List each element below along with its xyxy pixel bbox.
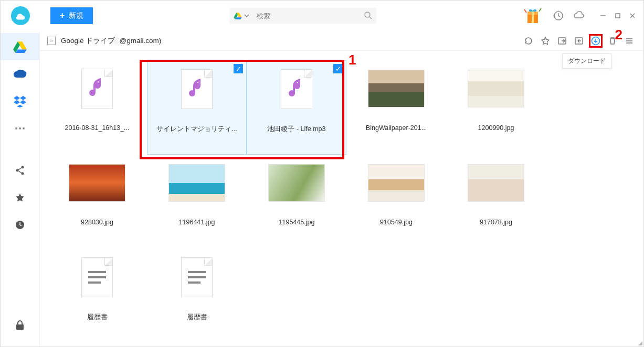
svg-rect-5	[532, 12, 534, 23]
history-icon[interactable]	[551, 8, 566, 23]
file-item[interactable]: BingWallpaper-201...	[346, 60, 446, 155]
svg-point-13	[15, 127, 17, 129]
search-icon[interactable]	[364, 11, 372, 21]
account-masked: (	[115, 37, 119, 45]
sidebar-item-google-drive[interactable]	[1, 33, 39, 60]
star-icon[interactable]	[539, 34, 552, 48]
image-thumbnail	[69, 164, 125, 202]
svg-point-15	[23, 127, 25, 129]
svg-point-1	[365, 12, 370, 17]
file-item[interactable]: 917078.jpg	[446, 155, 546, 249]
sidebar	[1, 31, 40, 346]
file-name: 池田綾子 - Life.mp3	[267, 125, 325, 134]
cloud-sync-icon[interactable]	[571, 8, 587, 23]
svg-line-7	[539, 8, 541, 12]
plus-icon: +	[60, 11, 65, 20]
file-item[interactable]: 1196441.jpg	[147, 155, 247, 249]
new-button-label: 新規	[69, 11, 83, 20]
svg-line-2	[369, 17, 372, 19]
document-file-icon	[181, 257, 213, 297]
image-thumbnail	[468, 70, 524, 107]
main-panel: − Google ドライブ( @gmail.com) ダウンロード 2016-0…	[40, 31, 643, 346]
sidebar-item-starred[interactable]	[1, 184, 39, 211]
export-icon[interactable]	[555, 34, 569, 48]
breadcrumb-path: Google ドライブ( @gmail.com)	[61, 36, 161, 46]
new-button[interactable]: + 新規	[50, 7, 93, 24]
svg-rect-22	[16, 324, 24, 330]
import-icon[interactable]	[572, 34, 586, 48]
file-name: 910549.jpg	[380, 219, 413, 226]
selected-check-icon: ✓	[333, 64, 343, 73]
file-item[interactable]: 910549.jpg	[346, 155, 446, 249]
drive-icon	[234, 12, 242, 19]
sidebar-item-onedrive[interactable]	[1, 60, 39, 88]
titlebar-right	[520, 5, 639, 26]
download-icon[interactable]: ダウンロード	[589, 34, 603, 48]
svg-line-19	[18, 168, 22, 170]
image-thumbnail	[368, 164, 425, 202]
file-item[interactable]: ✓池田綾子 - Life.mp3	[247, 60, 346, 155]
resize-grip[interactable]	[636, 339, 642, 345]
file-item[interactable]: 履歴書	[47, 249, 147, 343]
file-grid: 2016-08-31_16h13_...✓サイレントマジョリティ...✓池田綾子…	[40, 51, 643, 347]
collapse-toggle[interactable]: −	[47, 37, 56, 45]
file-name: サイレントマジョリティ...	[156, 125, 237, 134]
maximize-button[interactable]	[611, 9, 625, 23]
sidebar-item-more[interactable]	[1, 115, 39, 142]
file-name: 履歴書	[187, 313, 207, 322]
file-name: BingWallpaper-201...	[366, 124, 427, 132]
gift-icon[interactable]	[520, 5, 546, 26]
titlebar: + 新規	[1, 1, 643, 31]
svg-line-6	[524, 9, 526, 13]
breadcrumb: − Google ドライブ( @gmail.com) ダウンロード	[40, 31, 643, 51]
music-file-icon	[81, 69, 113, 109]
file-item[interactable]: ✓サイレントマジョリティ...	[147, 60, 247, 155]
file-name: 1200990.jpg	[478, 124, 514, 132]
sidebar-item-lock[interactable]	[1, 312, 39, 339]
search-input[interactable]	[254, 12, 364, 20]
drive-label: Google ドライブ	[61, 37, 115, 45]
svg-point-17	[22, 166, 24, 169]
file-name: 1195445.jpg	[279, 219, 315, 226]
file-item[interactable]: 履歴書	[147, 249, 247, 343]
svg-point-16	[16, 169, 19, 172]
svg-line-20	[18, 171, 22, 173]
file-name: 917078.jpg	[480, 219, 512, 226]
svg-point-18	[22, 172, 24, 175]
minimize-button[interactable]	[596, 9, 610, 23]
image-thumbnail	[468, 164, 524, 202]
sidebar-item-share[interactable]	[1, 157, 39, 184]
download-tooltip: ダウンロード	[562, 53, 611, 69]
search-drive-selector[interactable]	[234, 12, 254, 19]
sidebar-item-dropbox[interactable]	[1, 88, 39, 115]
search-box[interactable]	[229, 8, 376, 24]
file-name: 1196441.jpg	[179, 219, 215, 226]
svg-point-14	[19, 127, 21, 129]
window-controls	[596, 9, 639, 23]
file-name: 2016-08-31_16h13_...	[65, 124, 129, 132]
refresh-icon[interactable]	[522, 34, 535, 48]
image-thumbnail	[168, 164, 225, 202]
close-button[interactable]	[626, 9, 639, 23]
music-file-icon	[181, 69, 213, 109]
app-logo	[1, 1, 40, 31]
file-name: 履歴書	[87, 313, 108, 322]
account-suffix: @gmail.com)	[120, 37, 162, 45]
document-file-icon	[81, 257, 113, 297]
sidebar-item-recent[interactable]	[1, 211, 39, 238]
file-item[interactable]: 1195445.jpg	[247, 155, 346, 249]
image-thumbnail	[368, 70, 425, 107]
selected-check-icon: ✓	[234, 64, 243, 73]
trash-icon[interactable]	[606, 34, 619, 48]
file-name: 928030.jpg	[81, 219, 113, 226]
chevron-down-icon	[244, 13, 249, 18]
file-item[interactable]: 928030.jpg	[47, 155, 147, 249]
file-item[interactable]: 1200990.jpg	[446, 60, 546, 155]
breadcrumb-actions: ダウンロード	[522, 34, 636, 48]
image-thumbnail	[268, 164, 325, 202]
file-item[interactable]: 2016-08-31_16h13_...	[47, 60, 147, 155]
svg-rect-10	[616, 14, 620, 18]
music-file-icon	[281, 69, 312, 109]
menu-icon[interactable]	[622, 34, 636, 48]
